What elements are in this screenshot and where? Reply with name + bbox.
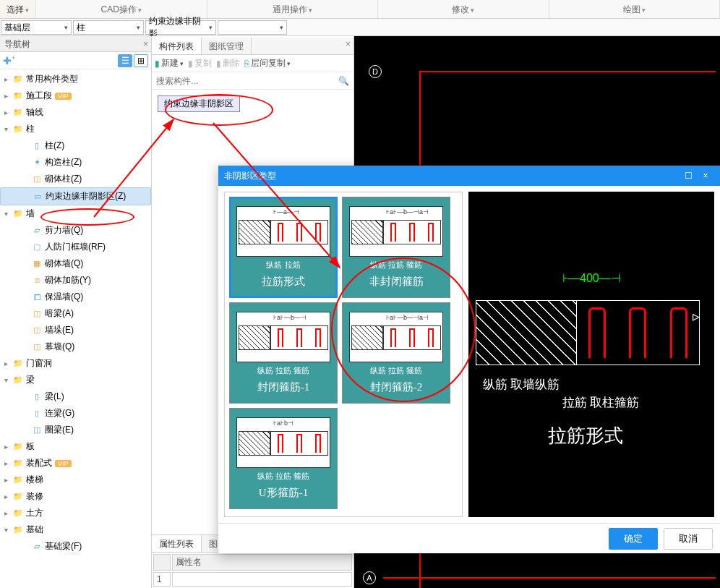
delete-button[interactable]: ▮删除 [216,57,240,69]
modal-title: 非阴影区类型 [224,170,680,182]
tree-item[interactable]: ◫砌体柱(Z) [0,171,151,187]
tree-item[interactable]: ▱基础梁(F) [0,538,151,555]
menu-modify[interactable]: 修改▾ [378,0,549,18]
tree-item[interactable]: ▸📁轴线 [0,104,151,121]
tree-item[interactable]: ▸📁土方 [0,505,151,521]
add-icon[interactable]: ✚+ [3,54,15,67]
copy-button[interactable]: ▮复制 [188,57,212,69]
preview-area: ⊦—400—⊣ ▹ 纵筋 取墙纵筋 拉筋 取柱箍筋 拉筋形式 [468,192,714,517]
grid-label-d: D [369,65,382,78]
list-toolbar: ▮新建▾ ▮复制 ▮删除 ⎘层间复制▾ [152,55,353,72]
rebar-region [577,300,700,365]
grid-label-a: A [363,571,376,584]
tree-item[interactable]: ◫暗梁(A) [0,305,151,322]
option-card[interactable]: ⊦a⊦—b—⊣a⊣纵筋 拉筋 箍筋非封闭箍筋 [342,197,450,298]
tree-item[interactable]: ▾📁墙 [0,205,151,222]
tree-item[interactable]: ▦砌体墙(Q) [0,255,151,272]
list-view-icon[interactable]: ☰ [118,54,132,67]
tree-item[interactable]: ◫墙垛(E) [0,322,151,338]
tree-item[interactable]: ✦构造柱(Z) [0,154,151,171]
list-tabs: 构件列表 图纸管理 [152,38,353,55]
tree-item[interactable]: ▭约束边缘非阴影区(Z) [0,187,151,205]
tree-item[interactable]: ▸📁装修 [0,488,151,505]
tree-item[interactable]: ▸📁门窗洞 [0,355,151,372]
tree-item[interactable]: ▯连梁(G) [0,405,151,422]
close-icon[interactable]: × [143,36,148,52]
search-icon[interactable]: 🔍 [338,76,349,86]
component-select[interactable]: 柱▾ [73,20,144,35]
floor-select[interactable]: 基础层▾ [1,20,72,35]
floor-copy-button[interactable]: ⎘层间复制▾ [244,57,291,69]
tab-drawing-mgmt[interactable]: 图纸管理 [202,38,252,54]
list-item[interactable]: 约束边缘非阴影区 [158,95,240,112]
tree-item[interactable]: ⧠保温墙(Q) [0,289,151,305]
option-card[interactable]: ⊦a⊦b⊣纵筋 拉筋 箍筋U形箍筋-1 [229,408,338,509]
dropdown-bar: 基础层▾ 柱▾ 约束边缘非阴影▾ ▾ [0,19,720,36]
tree-item[interactable]: ▸📁板 [0,438,151,455]
modal-title-bar[interactable]: 非阴影区类型 ☐ × [218,166,720,186]
tree-item[interactable]: ▾📁基础 [0,521,151,538]
search-box: 🔍 [152,72,353,90]
nav-header: 导航树 × [0,36,151,52]
tab-component-list[interactable]: 构件列表 [152,38,202,54]
nav-toolbar: ✚+ ☰ ⊞ [0,52,151,69]
tree-item[interactable]: ▾📁梁 [0,372,151,388]
option-card[interactable]: ⊦a⊦—b—⊣纵筋 拉筋 箍筋封闭箍筋-1 [229,302,338,404]
modal-footer: 确定 取消 [218,523,720,553]
nav-tree: ▸📁常用构件类型▸📁施工段VIP▸📁轴线▾📁柱▯柱(Z)✦构造柱(Z)◫砌体柱(… [0,69,151,588]
hatch-region [476,300,577,365]
dimension-text: ⊦—400—⊣ [562,271,621,285]
tree-item[interactable]: ▢人防门框墙(RF) [0,239,151,255]
ok-button[interactable]: 确定 [609,528,658,550]
tree-item[interactable]: ◫幕墙(Q) [0,338,151,355]
option-card[interactable]: ⊦—a—⊣纵筋 拉筋拉筋形式 [229,197,338,298]
tree-item[interactable]: ▱剪力墙(Q) [0,222,151,239]
tree-item[interactable]: ▸📁常用构件类型 [0,71,151,88]
option-card[interactable]: ⊦a⊦—b—⊣a⊣纵筋 拉筋 箍筋封闭箍筋-2 [342,302,450,404]
menu-draw[interactable]: 绘图▾ [549,0,721,18]
tree-item[interactable]: ▾📁柱 [0,121,151,137]
tree-item[interactable]: ◫圈梁(E) [0,422,151,438]
close-icon[interactable]: × [346,36,351,52]
option-grid: ⊦—a—⊣纵筋 拉筋拉筋形式⊦a⊦—b—⊣a⊣纵筋 拉筋 箍筋非封闭箍筋⊦a⊦—… [224,192,463,517]
tree-item[interactable]: ▯梁(L) [0,388,151,405]
tab-attr-list[interactable]: 属性列表 [152,535,202,552]
item-select[interactable]: ▾ [218,20,287,35]
grid-view-icon[interactable]: ⊞ [134,54,148,67]
tree-item[interactable]: ▸📁装配式VIP [0,455,151,472]
close-icon[interactable]: × [697,171,714,181]
cancel-button[interactable]: 取消 [664,528,713,550]
maximize-icon[interactable]: ☐ [680,171,697,181]
menu-select[interactable]: 选择▾ [0,0,36,18]
type-modal: 非阴影区类型 ☐ × ⊦—a—⊣纵筋 拉筋拉筋形式⊦a⊦—b—⊣a⊣纵筋 拉筋 … [218,166,720,553]
top-menu: 选择▾ CAD操作▾ 通用操作▾ 修改▾ 绘图▾ [0,0,720,19]
nav-panel: 导航树 × ✚+ ☰ ⊞ ▸📁常用构件类型▸📁施工段VIP▸📁轴线▾📁柱▯柱(Z… [0,36,152,588]
type-select[interactable]: 约束边缘非阴影▾ [145,20,216,35]
new-button[interactable]: ▮新建▾ [155,57,184,69]
tree-item[interactable]: ⧈砌体加筋(Y) [0,272,151,289]
tree-item[interactable]: ▸📁施工段VIP [0,88,151,104]
attr-table: 属性名 1 [152,553,353,588]
menu-common[interactable]: 通用操作▾ [207,0,379,18]
tree-item[interactable]: ▯柱(Z) [0,137,151,154]
search-input[interactable] [156,76,338,86]
tree-item[interactable]: ▸📁楼梯 [0,472,151,488]
